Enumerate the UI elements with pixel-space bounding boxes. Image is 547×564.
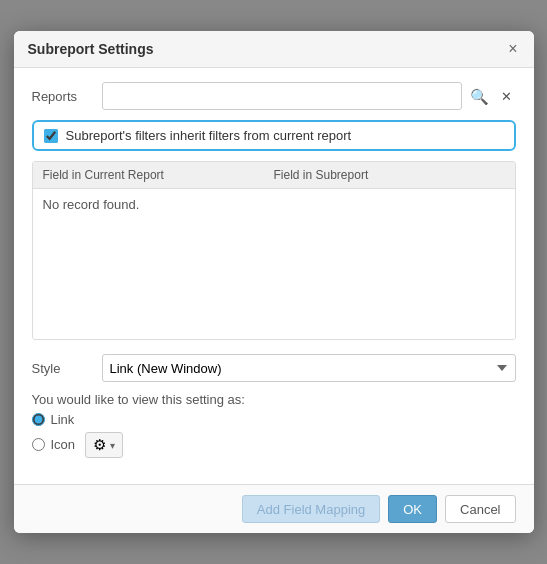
reports-label: Reports	[32, 89, 102, 104]
dialog-body: Reports 🔍 ✕ Subreport's filters inherit …	[14, 68, 534, 484]
style-select[interactable]: Link (New Window) Link (Same Window) Ico…	[102, 354, 516, 382]
dialog-title: Subreport Settings	[28, 41, 154, 57]
style-label: Style	[32, 361, 102, 376]
close-button[interactable]: ×	[506, 41, 519, 57]
reports-row: Reports 🔍 ✕	[32, 82, 516, 110]
gear-icon: ⚙	[93, 436, 106, 454]
radio-icon-label[interactable]: Icon	[51, 437, 76, 452]
radio-row-link: Link	[32, 412, 516, 427]
radio-link[interactable]	[32, 413, 45, 426]
icon-dropdown-wrap: ⚙ ▾	[85, 432, 123, 458]
radio-link-label[interactable]: Link	[51, 412, 75, 427]
ok-button[interactable]: OK	[388, 495, 437, 523]
table-body: No record found.	[33, 189, 515, 339]
table-header: Field in Current Report Field in Subrepo…	[33, 162, 515, 189]
clear-icon-button[interactable]: ✕	[497, 88, 516, 105]
no-record-text: No record found.	[43, 197, 140, 212]
chevron-down-icon: ▾	[110, 440, 115, 451]
inherit-filters-row: Subreport's filters inherit filters from…	[32, 120, 516, 151]
add-field-mapping-button[interactable]: Add Field Mapping	[242, 495, 380, 523]
inherit-filters-label[interactable]: Subreport's filters inherit filters from…	[66, 128, 352, 143]
radio-icon[interactable]	[32, 438, 45, 451]
style-row: Style Link (New Window) Link (Same Windo…	[32, 354, 516, 382]
dialog-footer: Add Field Mapping OK Cancel	[14, 484, 534, 533]
icon-dropdown-button[interactable]: ⚙ ▾	[85, 432, 123, 458]
col-current-report: Field in Current Report	[43, 168, 274, 182]
col-subreport: Field in Subreport	[274, 168, 505, 182]
view-as-radio-group: Link Icon ⚙ ▾	[32, 412, 516, 458]
reports-input[interactable]	[102, 82, 462, 110]
radio-row-icon: Icon ⚙ ▾	[32, 430, 516, 458]
field-mapping-table: Field in Current Report Field in Subrepo…	[32, 161, 516, 340]
search-icon-button[interactable]: 🔍	[466, 87, 493, 106]
reports-input-wrap: 🔍 ✕	[102, 82, 516, 110]
cancel-button[interactable]: Cancel	[445, 495, 515, 523]
inherit-filters-checkbox[interactable]	[44, 129, 58, 143]
view-as-label: You would like to view this setting as:	[32, 392, 516, 407]
subreport-settings-dialog: Subreport Settings × Reports 🔍 ✕ Subrepo…	[14, 31, 534, 533]
dialog-header: Subreport Settings ×	[14, 31, 534, 68]
